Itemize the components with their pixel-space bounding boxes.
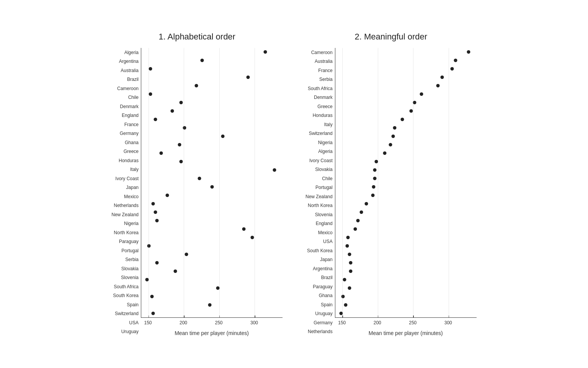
y-label-argentina: Argentina bbox=[111, 57, 139, 66]
dot-slovenia bbox=[179, 101, 183, 104]
y-label-italy: Italy bbox=[305, 120, 333, 129]
y-label-usa: USA bbox=[111, 319, 139, 327]
dot-uruguay bbox=[263, 50, 267, 54]
y-label-honduras: Honduras bbox=[305, 111, 333, 120]
grid-line-250 bbox=[219, 48, 220, 317]
grid-line-250 bbox=[413, 48, 413, 317]
y-label-denmark: Denmark bbox=[305, 93, 333, 102]
chart1-wrapper: 1. Alphabetical order UruguayUSASwitzerl… bbox=[111, 32, 283, 336]
dot-slovakia bbox=[365, 202, 368, 205]
dot-algeria bbox=[152, 312, 155, 315]
dot-serbia bbox=[348, 286, 351, 290]
charts-container: 1. Alphabetical order UruguayUSASwitzerl… bbox=[96, 24, 492, 344]
chart2-wrapper: 2. Meaningful order NetherlandsGermanyUr… bbox=[305, 32, 477, 336]
dot-germany bbox=[251, 236, 254, 239]
dot-chile bbox=[173, 269, 177, 273]
y-label-new-zealand: New Zealand bbox=[305, 192, 333, 201]
grid-line-300 bbox=[449, 48, 449, 317]
y-label-portugal: Portugal bbox=[111, 246, 139, 255]
x-tick-200: 200 bbox=[374, 320, 381, 325]
chart2-y-labels: NetherlandsGermanyUruguaySpainGhanaParag… bbox=[305, 48, 335, 336]
y-label-france: France bbox=[111, 120, 139, 129]
y-label-chile: Chile bbox=[111, 93, 139, 102]
dot-portugal bbox=[183, 126, 186, 130]
y-label-italy: Italy bbox=[111, 165, 139, 174]
dot-france bbox=[341, 295, 345, 298]
x-tick-150: 150 bbox=[338, 320, 346, 325]
chart2-x-label: Mean time per player (minutes) bbox=[335, 330, 477, 336]
dot-nigeria bbox=[353, 227, 357, 231]
x-tick-150: 150 bbox=[144, 320, 152, 325]
dot-italy bbox=[152, 202, 155, 205]
y-label-germany: Germany bbox=[111, 129, 139, 138]
y-label-mexico: Mexico bbox=[111, 192, 139, 201]
y-label-paraguay: Paraguay bbox=[111, 237, 139, 246]
y-label-england: England bbox=[111, 111, 139, 120]
y-label-denmark: Denmark bbox=[111, 102, 139, 111]
dot-england bbox=[185, 253, 188, 256]
x-tick-250: 250 bbox=[215, 320, 222, 325]
dot-south-africa bbox=[149, 92, 152, 96]
dot-new-zealand bbox=[179, 160, 183, 163]
dot-greece bbox=[155, 219, 158, 222]
grid-line-200 bbox=[184, 48, 184, 317]
chart1-title: 1. Alphabetical order bbox=[158, 32, 235, 42]
chart2-title: 2. Meaningful order bbox=[355, 32, 428, 42]
y-label-south-korea: South Korea bbox=[305, 246, 333, 255]
y-label-south-africa: South Africa bbox=[305, 84, 333, 93]
y-label-serbia: Serbia bbox=[111, 255, 139, 264]
dot-netherlands bbox=[467, 50, 470, 54]
y-label-brazil: Brazil bbox=[111, 75, 139, 84]
chart1-y-labels: UruguayUSASwitzerlandSpainSouth KoreaSou… bbox=[111, 48, 141, 336]
grid-line-200 bbox=[378, 48, 378, 317]
dot-argentina bbox=[208, 303, 212, 307]
y-label-switzerland: Switzerland bbox=[305, 129, 333, 138]
dot-england bbox=[383, 151, 387, 155]
dot-south-africa bbox=[343, 278, 346, 281]
y-label-ivory-coast: Ivory Coast bbox=[111, 174, 139, 183]
y-label-ghana: Ghana bbox=[111, 138, 139, 147]
chart1-x-ticks: 150200250300 bbox=[141, 319, 283, 327]
dot-denmark bbox=[349, 269, 353, 273]
dot-ivory-coast bbox=[166, 194, 169, 197]
y-label-slovakia: Slovakia bbox=[111, 264, 139, 273]
grid-line-150 bbox=[149, 48, 149, 317]
y-label-honduras: Honduras bbox=[111, 156, 139, 165]
y-label-serbia: Serbia bbox=[305, 75, 333, 84]
grid-line-300 bbox=[255, 48, 255, 317]
dot-chile bbox=[371, 194, 374, 197]
dot-honduras bbox=[154, 210, 157, 214]
dot-argentina bbox=[409, 109, 413, 113]
y-label-uruguay: Uruguay bbox=[305, 309, 333, 318]
chart1-x-label: Mean time per player (minutes) bbox=[141, 330, 283, 336]
y-label-uruguay: Uruguay bbox=[111, 327, 139, 336]
dot-ghana bbox=[436, 84, 439, 87]
dot-italy bbox=[346, 244, 349, 248]
dot-australia bbox=[150, 295, 154, 298]
dot-germany bbox=[454, 59, 457, 62]
x-tick-300: 300 bbox=[250, 320, 258, 325]
dot-ghana bbox=[242, 227, 246, 231]
x-tick-250: 250 bbox=[409, 320, 416, 325]
x-tick-200: 200 bbox=[180, 320, 187, 325]
y-label-nigeria: Nigeria bbox=[305, 138, 333, 147]
x-tick-300: 300 bbox=[444, 320, 452, 325]
chart1-below: 150200250300 Mean time per player (minut… bbox=[141, 318, 283, 336]
y-label-germany: Germany bbox=[305, 319, 333, 327]
dot-usa bbox=[201, 59, 204, 62]
chart2-plot bbox=[335, 48, 477, 318]
y-label-paraguay: Paraguay bbox=[305, 283, 333, 291]
chart2-below: 150200250300 Mean time per player (minut… bbox=[335, 318, 477, 336]
y-label-mexico: Mexico bbox=[305, 228, 333, 237]
y-label-greece: Greece bbox=[111, 147, 139, 156]
dot-honduras bbox=[348, 253, 351, 256]
dot-greece bbox=[349, 261, 353, 264]
y-label-greece: Greece bbox=[305, 102, 333, 111]
y-label-france: France bbox=[305, 66, 333, 75]
y-label-slovenia: Slovenia bbox=[111, 273, 139, 282]
grid-line-150 bbox=[342, 48, 343, 317]
y-label-portugal: Portugal bbox=[305, 183, 333, 192]
dot-north-korea bbox=[178, 143, 181, 146]
dot-paraguay bbox=[420, 92, 423, 96]
chart1-area: UruguayUSASwitzerlandSpainSouth KoreaSou… bbox=[111, 48, 283, 336]
